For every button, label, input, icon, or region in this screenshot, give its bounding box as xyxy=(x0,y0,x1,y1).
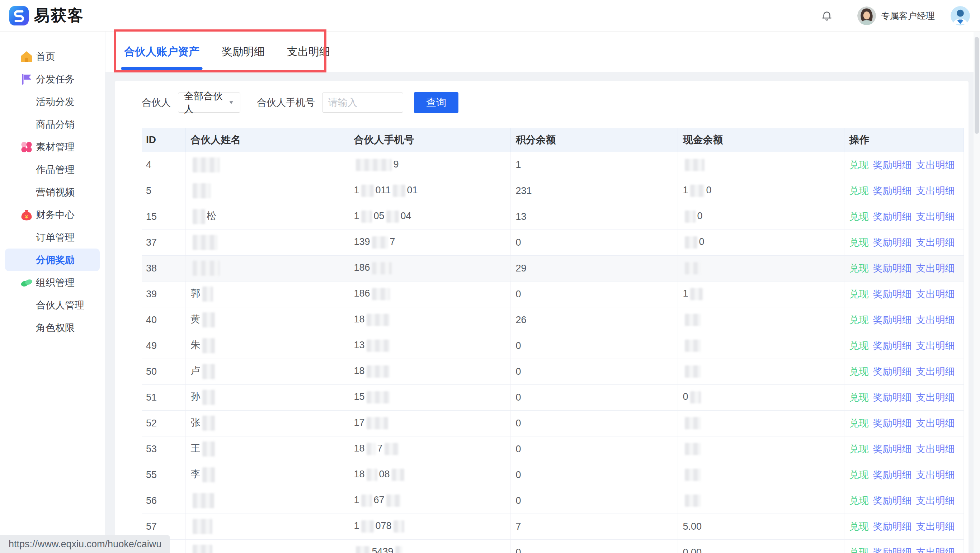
cash-out-link[interactable]: 兑现 xyxy=(850,315,869,325)
expense-detail-link[interactable]: 支出明细 xyxy=(916,340,955,351)
expense-detail-link[interactable]: 支出明细 xyxy=(916,443,955,454)
flag-icon xyxy=(20,73,33,86)
scrollbar-track[interactable] xyxy=(974,32,980,553)
table-row: 40黄1826兑现奖励明细支出明细 xyxy=(142,307,964,333)
reward-detail-link[interactable]: 奖励明细 xyxy=(873,443,912,454)
expense-detail-link[interactable]: 支出明细 xyxy=(916,521,955,532)
cash-out-link[interactable]: 兑现 xyxy=(850,160,869,170)
partner-label: 合伙人 xyxy=(142,96,171,109)
reward-detail-link[interactable]: 奖励明细 xyxy=(873,263,912,273)
sidebar-item-home[interactable]: 首页 xyxy=(0,45,105,68)
sidebar-item-org-mgmt[interactable]: 组织管理 xyxy=(0,271,105,294)
tab-expense[interactable]: 支出明细 xyxy=(287,32,330,72)
search-button[interactable]: 查询 xyxy=(414,92,458,113)
tab-reward[interactable]: 奖励明细 xyxy=(222,32,265,72)
cell-partner-phone: 1078 xyxy=(348,513,511,539)
sidebar-item-material-mgmt[interactable]: 素材管理 xyxy=(0,135,105,158)
cash-out-link[interactable]: 兑现 xyxy=(850,366,869,377)
reward-detail-link[interactable]: 奖励明细 xyxy=(873,211,912,222)
reward-detail-link[interactable]: 奖励明细 xyxy=(873,185,912,196)
redacted-blur xyxy=(361,494,372,507)
sidebar-item-marketing-video[interactable]: 营销视频 xyxy=(0,181,105,203)
redacted-blur xyxy=(387,494,401,507)
expense-detail-link[interactable]: 支出明细 xyxy=(916,547,955,553)
reward-detail-link[interactable]: 奖励明细 xyxy=(873,366,912,377)
expense-detail-link[interactable]: 支出明细 xyxy=(916,263,955,273)
phone-input[interactable] xyxy=(322,92,403,113)
expense-detail-link[interactable]: 支出明细 xyxy=(916,237,955,248)
expense-detail-link[interactable]: 支出明细 xyxy=(916,315,955,325)
sidebar-item-activity-dist[interactable]: 活动分发 xyxy=(0,91,105,113)
reward-detail-link[interactable]: 奖励明细 xyxy=(873,289,912,299)
user-person-avatar[interactable] xyxy=(951,6,970,25)
cash-out-link[interactable]: 兑现 xyxy=(850,392,869,403)
brand-logo[interactable]: 易获客 xyxy=(10,5,84,26)
sidebar-item-order-mgmt[interactable]: 订单管理 xyxy=(0,226,105,248)
reward-detail-link[interactable]: 奖励明细 xyxy=(873,547,912,553)
cash-out-link[interactable]: 兑现 xyxy=(850,443,869,454)
reward-detail-link[interactable]: 奖励明细 xyxy=(873,237,912,248)
reward-detail-link[interactable]: 奖励明细 xyxy=(873,315,912,325)
cell-text: 0 xyxy=(697,211,703,221)
cell-cash-balance xyxy=(678,255,844,281)
reward-detail-link[interactable]: 奖励明细 xyxy=(873,469,912,480)
sidebar-item-role-perms[interactable]: 角色权限 xyxy=(0,316,105,339)
redacted-blur xyxy=(192,183,210,198)
cash-out-link[interactable]: 兑现 xyxy=(850,340,869,351)
sidebar-item-label: 活动分发 xyxy=(36,95,75,108)
cash-out-link[interactable]: 兑现 xyxy=(850,469,869,480)
manager-photo-avatar[interactable] xyxy=(858,6,876,25)
cash-out-link[interactable]: 兑现 xyxy=(850,418,869,429)
sidebar-item-finance-center[interactable]: ¥财务中心 xyxy=(0,203,105,226)
cell-partner-name xyxy=(185,539,348,553)
cash-out-link[interactable]: 兑现 xyxy=(850,289,869,299)
cell-text: 139 xyxy=(354,236,370,247)
cell-cash-balance xyxy=(678,436,844,462)
tab-assets[interactable]: 合伙人账户资产 xyxy=(124,32,199,72)
expense-detail-link[interactable]: 支出明细 xyxy=(916,160,955,170)
cell-points-balance: 0 xyxy=(511,488,678,513)
expense-detail-link[interactable]: 支出明细 xyxy=(916,289,955,299)
cash-out-link[interactable]: 兑现 xyxy=(850,211,869,222)
cell-partner-name: 黄 xyxy=(185,307,348,333)
expense-detail-link[interactable]: 支出明细 xyxy=(916,418,955,429)
expense-detail-link[interactable]: 支出明细 xyxy=(916,469,955,480)
cell-actions: 兑现奖励明细支出明细 xyxy=(844,385,964,410)
redacted-blur xyxy=(393,520,404,532)
reward-detail-link[interactable]: 奖励明细 xyxy=(873,340,912,351)
cell-partner-name: 李 xyxy=(185,462,348,488)
sidebar-item-goods-dist[interactable]: 商品分销 xyxy=(0,113,105,135)
redacted-blur xyxy=(385,443,399,455)
reward-detail-link[interactable]: 奖励明细 xyxy=(873,521,912,532)
cell-text: 18 xyxy=(354,314,365,324)
cash-out-link[interactable]: 兑现 xyxy=(850,263,869,273)
sidebar-item-works-mgmt[interactable]: 作品管理 xyxy=(0,158,105,181)
reward-detail-link[interactable]: 奖励明细 xyxy=(873,495,912,506)
expense-detail-link[interactable]: 支出明细 xyxy=(916,366,955,377)
cell-partner-name: 卢 xyxy=(185,359,348,385)
expense-detail-link[interactable]: 支出明细 xyxy=(916,495,955,506)
cash-out-link[interactable]: 兑现 xyxy=(850,237,869,248)
expense-detail-link[interactable]: 支出明细 xyxy=(916,392,955,403)
cell-partner-phone: 15 xyxy=(348,385,511,410)
sidebar-item-partner-mgmt[interactable]: 合伙人管理 xyxy=(0,294,105,316)
reward-detail-link[interactable]: 奖励明细 xyxy=(873,392,912,403)
reward-detail-link[interactable]: 奖励明细 xyxy=(873,160,912,170)
cell-points-balance: 0 xyxy=(511,359,678,385)
expense-detail-link[interactable]: 支出明细 xyxy=(916,185,955,196)
partner-select[interactable]: 全部合伙人 ▼ xyxy=(178,92,240,113)
cash-out-link[interactable]: 兑现 xyxy=(850,521,869,532)
sidebar-item-dist-task[interactable]: 分发任务 xyxy=(0,68,105,91)
sidebar-item-label: 财务中心 xyxy=(36,208,75,221)
sidebar-item-commission[interactable]: 分佣奖励 xyxy=(5,248,100,271)
cash-out-link[interactable]: 兑现 xyxy=(850,547,869,553)
cell-points-balance: 1 xyxy=(511,152,678,178)
scrollbar-thumb[interactable] xyxy=(975,37,979,134)
app-root: 易获客 专属客户经理 xyxy=(0,0,980,553)
cash-out-link[interactable]: 兑现 xyxy=(850,185,869,196)
cell-text: 67 xyxy=(374,494,385,505)
notification-bell-icon[interactable] xyxy=(820,9,834,22)
cash-out-link[interactable]: 兑现 xyxy=(850,495,869,506)
reward-detail-link[interactable]: 奖励明细 xyxy=(873,418,912,429)
expense-detail-link[interactable]: 支出明细 xyxy=(916,211,955,222)
